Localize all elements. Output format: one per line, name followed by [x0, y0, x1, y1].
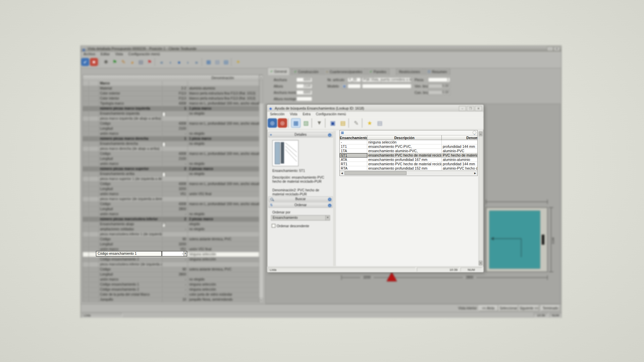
select-button[interactable]: Seleccionar — [499, 305, 518, 311]
grid-section-row[interactable]: número piezas marco izquierda11 pieza ma… — [83, 106, 259, 111]
lookup-row-1ta[interactable]: 1TAensanchamiento aluminio-PVC,aluminio-… — [340, 149, 478, 153]
modelo-field[interactable] — [347, 84, 361, 88]
minimize-button[interactable]: – — [547, 47, 553, 51]
accept-icon[interactable]: ✔ — [81, 58, 89, 66]
column-header-descripcion[interactable]: Descripción — [367, 135, 442, 140]
checkbox[interactable] — [272, 224, 275, 228]
nav-next-icon[interactable]: › — [184, 58, 192, 66]
grid-subsection-row[interactable]: pieza marco derecha (de abajo a arriba) — [83, 146, 259, 152]
checkbox[interactable]: ✔ — [162, 223, 165, 227]
dialog-close-button[interactable]: ✕ — [475, 106, 482, 111]
finish-button[interactable]: Terminado — [541, 305, 560, 311]
grid-row[interactable]: Código4308marco en L, profundidad 169 mm… — [83, 121, 259, 126]
dialog-minimize-button[interactable]: – — [459, 106, 466, 111]
grid-section-row[interactable]: número piezas marco superior22 piezas ma… — [83, 167, 259, 172]
scroll-down-icon[interactable]: ▼ — [259, 298, 263, 302]
accept-icon[interactable]: ◎ — [268, 118, 277, 128]
grid-row[interactable]: Tipología marco4308marco en L, profundid… — [83, 101, 259, 106]
grid-row[interactable]: Código ensanchamiento 2-ninguna selecció… — [83, 287, 259, 292]
grid-row[interactable]: Código ensanchamiento 2-ninguna selecció… — [83, 257, 259, 262]
column-header-denominacion[interactable]: Denominación — [442, 135, 478, 140]
open-folder-icon[interactable]: ▤ — [338, 118, 347, 128]
lookup-row-none[interactable]: -ninguna selección — [340, 140, 478, 144]
grid-row[interactable]: Longitud2800 — [83, 207, 259, 212]
sort-by-select[interactable]: Ensanchamiento ▼ — [271, 215, 330, 221]
grid-row[interactable]: Código ensanchamiento 1-ninguna selecció… — [83, 282, 259, 287]
grid-row[interactable]: unión marco-no elegido — [83, 277, 259, 282]
cancel-icon[interactable]: ◎ — [278, 118, 287, 128]
scroll-thumb[interactable] — [259, 80, 263, 103]
grid-subsection-row[interactable]: pieza marco izquierda (de abajo a arriba… — [83, 116, 259, 121]
nav-record-icon[interactable]: ● — [175, 58, 183, 66]
menu-vista[interactable]: Vista — [287, 112, 300, 116]
flags-red-green-icon[interactable]: ⚑ — [146, 58, 154, 66]
grid-row[interactable]: unión marco-no elegido — [83, 131, 259, 136]
grid-row[interactable]: Código4308marco en L, profundidad 169 mm… — [83, 202, 259, 207]
tab-paneles[interactable]: ✔Paneles — [367, 68, 389, 75]
dialog-title-bar[interactable]: ◆ Ayuda de búsqueda Ensanchamientos (Loo… — [267, 105, 483, 112]
grid-subsection-row[interactable]: pieza marco/solera inferior 1 (de izquie… — [83, 232, 259, 237]
lookup-row-1t1[interactable]: 1T1ensanchamiento PVC-PVC,profundidad 14… — [340, 144, 478, 149]
edit-icon[interactable]: ✎ — [119, 58, 127, 66]
lookup-row-5t1[interactable]: 5T1ensanchamiento PVC hecho de material … — [340, 153, 478, 158]
grid-row[interactable]: Junquillo10junquillo Nova, semirredondo — [83, 297, 259, 302]
copy-document-icon[interactable]: ▤ — [137, 58, 145, 66]
chart-pie-icon[interactable]: ◕ — [128, 58, 136, 66]
main-title-bar[interactable]: ▦ Vista detallada Presupuesto 0000226 - … — [81, 46, 561, 52]
nav-last-icon[interactable]: » — [193, 58, 201, 66]
view-grid-icon[interactable]: ▦ — [205, 58, 213, 66]
grid-section-row[interactable]: número piezas marco derecha11 pieza marc… — [83, 136, 259, 141]
dialog-vertical-scrollbar[interactable]: ▲ ▼ — [479, 131, 483, 265]
grid-vertical-scrollbar[interactable]: ▲ ▼ — [259, 75, 263, 302]
cancel-icon[interactable]: ✖ — [90, 58, 98, 66]
scroll-right-icon[interactable]: ▶ — [473, 171, 477, 175]
scroll-thumb[interactable] — [344, 171, 407, 175]
chevron-down-icon[interactable]: ▼ — [328, 198, 331, 201]
grid-row[interactable]: Longitud3200 — [83, 242, 259, 247]
grid-row[interactable]: Ensanchamiento arribano elegido — [83, 172, 259, 177]
list-view-icon[interactable]: ▦ — [291, 118, 301, 128]
nav-prev-icon[interactable]: ‹ — [166, 58, 174, 66]
grid-row[interactable]: Longitud2800 — [83, 272, 259, 277]
nr-articulo-code-field[interactable]: Y_03 — [347, 77, 361, 82]
chevron-up-icon[interactable]: ▲ — [328, 133, 331, 137]
sort-descending-option[interactable]: Ordenar descendente — [272, 223, 309, 228]
altura-field[interactable]: 2100 — [296, 84, 312, 88]
lookup-row-rta[interactable]: RTAensanchamiento profundidad 152 mmalum… — [340, 166, 478, 171]
grid-subsection-row[interactable]: pieza marco/solera inferior (de izquierd… — [83, 262, 259, 267]
scroll-left-icon[interactable]: ◀ — [340, 171, 344, 175]
tab-restricciones[interactable]: Restricciones — [396, 68, 423, 75]
grid-section-row[interactable]: número piezas marco/solera inferior22 pi… — [83, 217, 259, 222]
lookup-row-rt1[interactable]: RT1ensanchamiento PVC hecho de material … — [340, 162, 478, 166]
search-group-header[interactable]: Buscar ▼ — [268, 196, 333, 202]
save-icon[interactable]: ▣ — [328, 118, 337, 128]
grid-row[interactable]: Código4308marco en L, profundidad 169 mm… — [83, 152, 259, 157]
grid-row[interactable]: Material2-2aluminio-aluminio — [83, 86, 259, 91]
draw-icon[interactable]: ✎ — [352, 118, 361, 128]
grid-subsection-row[interactable]: pieza marco superior 1 (de izquierda a d… — [83, 177, 259, 182]
profile-thumbnail[interactable] — [272, 140, 299, 166]
anchura-montaje-field[interactable]: 6000 — [296, 90, 312, 95]
details-group-header[interactable]: ● Detalles ▲ — [268, 132, 333, 137]
view-image-icon[interactable]: ▧ — [213, 58, 221, 66]
dialog-maximize-button[interactable]: ❒ — [467, 106, 474, 111]
nr-articulo-desc-field[interactable]: PSK-Vista, puerta corredera a de — [362, 77, 412, 82]
position-marker-triangle[interactable] — [387, 272, 397, 281]
grid-row[interactable]: Marco — [83, 81, 259, 86]
menu-extra[interactable]: Extra — [300, 112, 313, 116]
next-button[interactable]: Siguiente >> — [519, 305, 539, 311]
anchura-field[interactable]: 6000 — [296, 77, 312, 82]
scroll-up-icon[interactable]: ▲ — [259, 75, 263, 79]
checkbox[interactable] — [162, 142, 165, 146]
dropdown-arrow-icon[interactable]: ▼ — [183, 251, 187, 256]
tab-cuarterones-paneles[interactable]: ▼Cuarterones/paneles — [323, 68, 365, 75]
back-button[interactable]: << Atrás — [479, 305, 498, 311]
grid-row[interactable]: Ensanchamiento derechano elegido — [83, 141, 259, 146]
grid-row[interactable]: unión marco-no elegido — [83, 162, 259, 167]
panel-splitter[interactable] — [333, 131, 336, 266]
view-mode-label[interactable]: Vista interior — [458, 306, 477, 310]
favorites-icon[interactable]: ★ — [365, 118, 374, 128]
flag-green-icon[interactable]: ⚑ — [111, 58, 119, 66]
grid-row[interactable]: Ensanchamiento izquierdano elegido — [83, 111, 259, 116]
modelo-picker-icon[interactable]: ▦ — [342, 84, 347, 88]
